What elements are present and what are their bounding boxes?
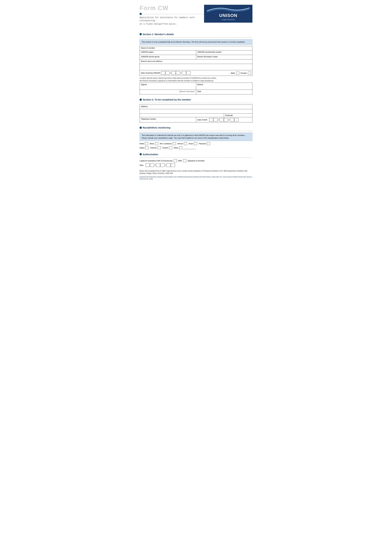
branch-name-address-extra [140, 64, 252, 70]
service-group-field: UNISON service group [140, 55, 196, 59]
racial-info-box: This information is collected for intern… [140, 132, 252, 141]
racial-asian: Asian [189, 142, 197, 145]
male-checkbox[interactable] [236, 72, 239, 74]
branch-secretary-name-field: Branch Secretary's name [196, 55, 252, 59]
turkish-checkbox[interactable] [169, 146, 172, 149]
footer-small: Designed and produced by UNISON Communic… [140, 176, 252, 180]
section2: Section 2: To be completed by the member… [140, 97, 252, 123]
afro-caribbean-checkbox[interactable] [173, 142, 176, 145]
chinese-checkbox[interactable] [157, 146, 161, 149]
unison-membership-field: UNISON membership number [196, 50, 252, 55]
header: Form CW Application for assistance for m… [140, 5, 252, 26]
auth-d1[interactable] [146, 163, 150, 167]
subtitle: Application for assistance for members w… [140, 16, 204, 26]
indian-checkbox[interactable] [145, 146, 149, 149]
dob-box: / / [209, 118, 239, 122]
racial-chinese: Chinese [150, 146, 161, 149]
branch-name-address-field: Branch name and address [140, 59, 252, 64]
other-checkbox[interactable] [179, 146, 182, 149]
dob-cell: Date of birth / / [196, 117, 252, 122]
unison-region-field: UNISON region [140, 50, 196, 55]
date-field: Date [196, 90, 253, 95]
divider-racial [140, 131, 252, 131]
authorisation-section: Authorisation I apply for assistance wit… [140, 152, 252, 167]
racial-turkish: Turkish [162, 146, 172, 149]
racial-white: White [140, 142, 148, 145]
auth-y2[interactable] [171, 163, 175, 167]
racial-row1: White Black Afro Caribbean African Asian… [140, 142, 252, 145]
racial-indian: Indian [140, 146, 149, 149]
telephone-field: Telephone number [140, 117, 196, 122]
dob-m2[interactable] [224, 118, 228, 122]
section1-title: Section 1: Member's details [143, 32, 174, 37]
tel-dob-row: Telephone number Date of birth / / [140, 117, 252, 123]
dob-m1[interactable] [220, 118, 224, 122]
branch-field: Branch [196, 83, 253, 90]
date-joining-row: Date of joining UNISON / / Male Female [140, 70, 252, 76]
auth-y1[interactable] [166, 163, 171, 167]
female-checkbox[interactable] [248, 72, 251, 74]
header-left: Form CW Application for assistance for m… [140, 5, 204, 26]
logo-name: UNISON [207, 13, 249, 18]
day2-box[interactable] [165, 71, 170, 75]
pakistani-checkbox[interactable] [207, 142, 210, 145]
auth-apply-row: I apply for assistance with Conveyancing… [140, 159, 252, 162]
name-of-member-field: Name of member [140, 46, 252, 51]
section1-info-box: This section is to be completed fully by… [140, 39, 252, 45]
blue-dot-header [140, 13, 142, 15]
racial-black: Black [150, 142, 158, 145]
logo-swoosh-icon [207, 7, 249, 12]
postcode-spacer [140, 114, 224, 117]
unison-logo: UNISON Legal Services [204, 5, 252, 23]
postcode-field: Postcode [224, 114, 252, 117]
black-checkbox[interactable] [155, 142, 158, 145]
year1-box[interactable] [182, 71, 186, 75]
auth-d2[interactable] [150, 163, 154, 167]
confirm-text: I confirm that the above named has been … [140, 76, 252, 83]
auth-date-row: Date / / [140, 163, 252, 167]
dob-y1[interactable] [230, 118, 234, 122]
branch-secretary-label: (Branch Secretary) [140, 90, 196, 95]
postcode-row: Postcode [140, 113, 252, 117]
dob-d1[interactable] [209, 118, 213, 122]
white-checkbox[interactable] [145, 142, 148, 145]
auth-title: Authorisation [143, 152, 158, 157]
section1: Section 1: Member's details This section… [140, 32, 252, 95]
date-joining-left: Date of joining UNISON / / [141, 71, 191, 75]
wills-checkbox[interactable] [183, 159, 186, 162]
racial-pakistani: Pakistani [199, 142, 210, 145]
address-row2 [140, 109, 252, 113]
dob-d2[interactable] [214, 118, 218, 122]
other-text-field[interactable] [183, 146, 196, 149]
year2-box[interactable] [186, 71, 191, 75]
auth-date-box: / / [146, 163, 175, 167]
signed-field: Signed [140, 83, 196, 90]
racial-afro-caribbean: Afro Caribbean [160, 142, 176, 145]
date-joining-box: / / [161, 71, 191, 75]
address-row1: Address [140, 105, 252, 109]
branch-sec-date-row: (Branch Secretary) Date [140, 90, 252, 95]
month2-box[interactable] [176, 71, 180, 75]
racial-row2: Indian Chinese Turkish Other [140, 146, 252, 149]
month1-box[interactable] [171, 71, 176, 75]
auth-m1[interactable] [156, 163, 160, 167]
footer-return: Return this completed form to: BBH Legal… [140, 170, 252, 175]
dob-y2[interactable] [235, 118, 239, 122]
asian-checkbox[interactable] [194, 142, 197, 145]
divider-s1 [140, 37, 252, 38]
racial-other: Other [174, 146, 196, 149]
day1-box[interactable] [161, 71, 165, 75]
african-checkbox[interactable] [184, 142, 187, 145]
racial-african: African [178, 142, 187, 145]
blue-dot-s2 [140, 99, 142, 101]
conveyancing-checkbox[interactable] [174, 159, 177, 162]
auth-m2[interactable] [160, 163, 164, 167]
divider-auth [140, 158, 252, 158]
section2-title: Section 2: To be completed by the member [143, 97, 191, 102]
gender-area: Male Female [231, 72, 251, 74]
blue-dot-auth [140, 153, 142, 155]
racial-section: Racial/ethnic monitoring This informatio… [140, 125, 252, 149]
divider-s2 [140, 103, 252, 103]
signed-branch-row: Signed Branch [140, 83, 252, 90]
service-group-row: UNISON service group Branch Secretary's … [140, 55, 252, 59]
